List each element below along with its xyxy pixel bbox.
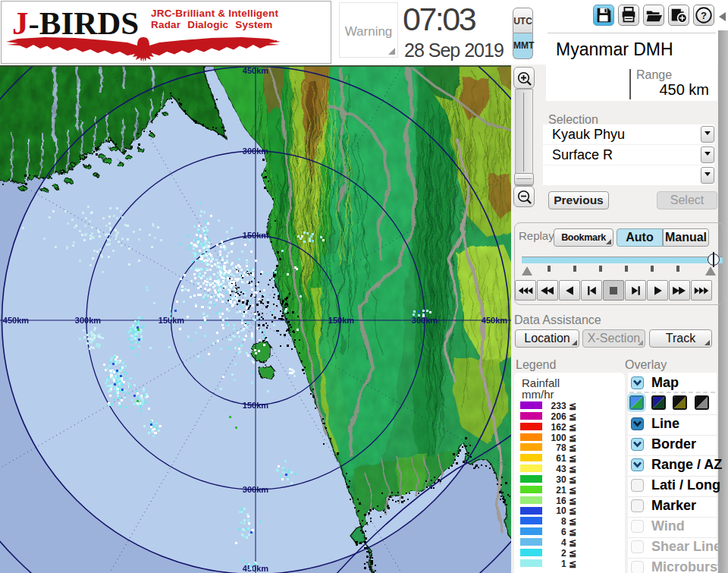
svg-text:300km: 300km xyxy=(243,146,268,156)
svg-text:300km: 300km xyxy=(412,316,438,325)
svg-text:450km: 450km xyxy=(482,316,507,325)
svg-text:450km: 450km xyxy=(3,316,29,325)
svg-text:150km: 150km xyxy=(158,316,184,325)
svg-text:150km: 150km xyxy=(328,316,354,325)
svg-text:300km: 300km xyxy=(243,485,268,494)
svg-text:300km: 300km xyxy=(75,316,101,325)
svg-text:150km: 150km xyxy=(243,231,268,240)
svg-text:450km: 450km xyxy=(243,564,268,573)
svg-text:150km: 150km xyxy=(243,401,268,410)
svg-text:450km: 450km xyxy=(243,66,268,75)
svg-text:?: ? xyxy=(701,10,707,21)
